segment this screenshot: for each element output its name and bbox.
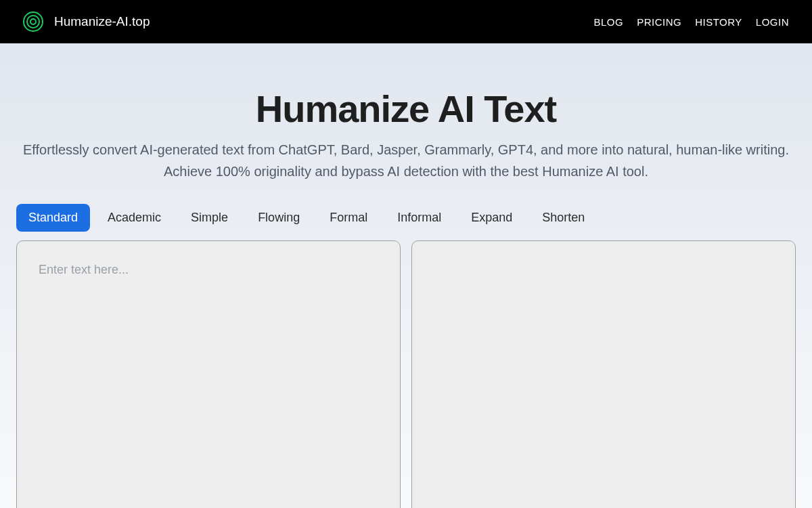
main-content: Humanize AI Text Effortlessly convert AI…	[0, 43, 812, 508]
header: Humanize-AI.top BLOG PRICING HISTORY LOG…	[0, 0, 812, 43]
svg-point-1	[27, 16, 39, 28]
page-title: Humanize AI Text	[16, 87, 796, 131]
nav-blog[interactable]: BLOG	[593, 16, 623, 28]
tab-shorten[interactable]: Shorten	[530, 204, 597, 232]
tab-academic[interactable]: Academic	[95, 204, 173, 232]
target-icon	[23, 12, 43, 32]
page-subtitle: Effortlessly convert AI-generated text f…	[16, 139, 796, 182]
site-name: Humanize-AI.top	[54, 14, 150, 29]
tab-formal[interactable]: Formal	[317, 204, 380, 232]
nav-history[interactable]: HISTORY	[695, 16, 742, 28]
output-panel	[411, 240, 796, 508]
logo-section[interactable]: Humanize-AI.top	[23, 12, 150, 32]
svg-point-2	[30, 19, 36, 24]
tab-expand[interactable]: Expand	[459, 204, 524, 232]
tab-simple[interactable]: Simple	[179, 204, 240, 232]
tab-standard[interactable]: Standard	[16, 204, 90, 232]
tab-informal[interactable]: Informal	[385, 204, 453, 232]
text-panels	[16, 240, 796, 508]
input-textarea[interactable]	[28, 252, 389, 507]
input-panel	[16, 240, 401, 508]
mode-tabs: Standard Academic Simple Flowing Formal …	[16, 204, 796, 232]
nav-login[interactable]: LOGIN	[756, 16, 789, 28]
main-nav: BLOG PRICING HISTORY LOGIN	[593, 16, 789, 28]
tab-flowing[interactable]: Flowing	[246, 204, 312, 232]
nav-pricing[interactable]: PRICING	[637, 16, 681, 28]
